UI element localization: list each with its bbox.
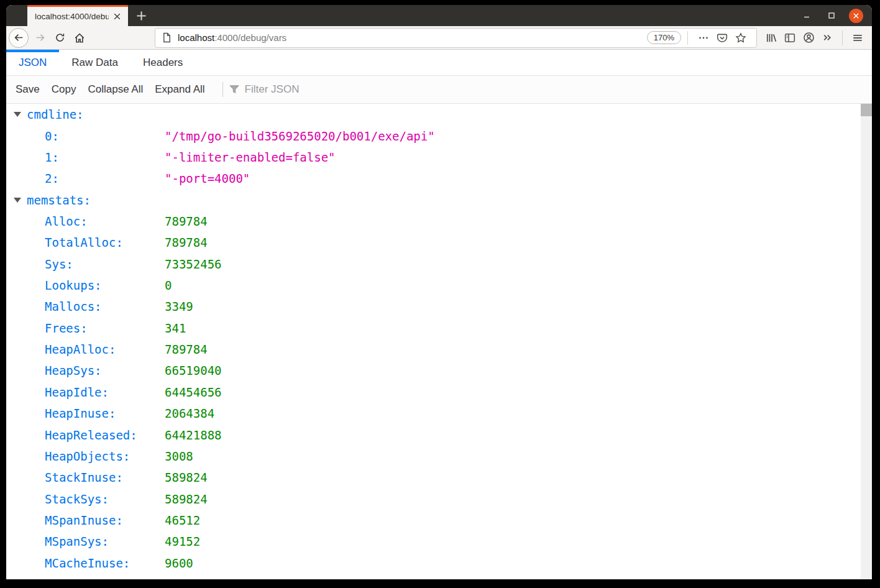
json-rows: cmdline:0:"/tmp/go-build3569265020/b001/… <box>6 104 872 579</box>
close-button[interactable] <box>849 9 863 23</box>
url-text: localhost:4000/debug/vars <box>178 32 647 43</box>
json-tree-panel: cmdline:0:"/tmp/go-build3569265020/b001/… <box>6 104 872 579</box>
tab-headers[interactable]: Headers <box>131 50 195 75</box>
json-row: MCacheInuse:9600 <box>6 553 872 574</box>
json-row: Lookups:0 <box>6 275 872 296</box>
json-value: 66519040 <box>165 364 222 377</box>
json-value: 789784 <box>165 236 208 249</box>
twisty-collapse-icon[interactable] <box>14 198 21 203</box>
json-row: 2:"-port=4000" <box>6 168 872 189</box>
filter-box <box>229 83 369 96</box>
zoom-level-badge[interactable]: 170% <box>647 31 681 44</box>
json-value: 49152 <box>165 535 200 548</box>
json-row: HeapInuse:2064384 <box>6 403 872 424</box>
home-button[interactable] <box>70 28 89 48</box>
json-value: 9600 <box>165 556 193 570</box>
json-row: HeapAlloc:789784 <box>6 339 872 360</box>
json-key: HeapInuse: <box>45 407 165 420</box>
bookmark-star-icon[interactable] <box>731 29 750 47</box>
tab-close-icon[interactable] <box>111 11 122 22</box>
page-actions-icon[interactable] <box>694 29 713 47</box>
json-row: HeapObjects:3008 <box>6 446 872 467</box>
json-value: 789784 <box>165 214 208 228</box>
json-key: 1: <box>45 150 165 164</box>
json-row: memstats: <box>6 189 872 210</box>
json-key: 0: <box>45 129 165 143</box>
json-key: Lookups: <box>45 278 165 292</box>
account-icon[interactable] <box>799 29 818 47</box>
json-row: TotalAlloc:789784 <box>6 232 872 253</box>
json-key: 2: <box>45 172 165 185</box>
json-viewer-tabs: JSON Raw Data Headers <box>6 50 872 76</box>
json-row: MSpanSys:49152 <box>6 531 872 552</box>
json-value: 341 <box>165 321 186 335</box>
new-tab-button[interactable] <box>128 5 154 26</box>
json-value: "-port=4000" <box>165 172 250 185</box>
json-value: 589824 <box>165 471 208 484</box>
json-row: StackSys:589824 <box>6 488 872 509</box>
sidebar-icon[interactable] <box>781 29 799 47</box>
json-row: Frees:341 <box>6 318 872 339</box>
json-value: 3349 <box>165 300 193 313</box>
tab-raw-data[interactable]: Raw Data <box>59 50 131 75</box>
collapse-all-button[interactable]: Collapse All <box>88 83 143 96</box>
json-value: 789784 <box>165 342 208 356</box>
json-key: Mallocs: <box>45 300 165 313</box>
json-row: MCacheSys:16384 <box>6 574 872 579</box>
pocket-icon[interactable] <box>713 29 731 47</box>
tab-title: localhost:4000/debug/vars <box>35 12 109 21</box>
tab-bar: localhost:4000/debug/vars <box>6 5 872 26</box>
menu-hamburger-icon[interactable] <box>848 29 867 47</box>
library-icon[interactable] <box>762 29 781 47</box>
json-key: MCacheInuse: <box>45 556 165 570</box>
plus-icon <box>136 11 147 21</box>
url-path: :4000/debug/vars <box>214 32 286 43</box>
json-value: 46512 <box>165 513 200 527</box>
json-row: HeapReleased:64421888 <box>6 424 872 445</box>
filter-json-input[interactable] <box>245 83 369 96</box>
scrollbar[interactable] <box>861 104 872 579</box>
json-key: MSpanSys: <box>45 535 165 548</box>
url-host: localhost <box>178 32 214 43</box>
json-key: HeapReleased: <box>45 428 165 442</box>
json-value: 64421888 <box>165 428 222 442</box>
browser-window: localhost:4000/debug/vars <box>6 5 872 579</box>
expand-all-button[interactable]: Expand All <box>155 83 204 96</box>
filter-funnel-icon <box>229 84 240 95</box>
window-controls <box>799 5 872 26</box>
json-row: StackInuse:589824 <box>6 467 872 488</box>
twisty-collapse-icon[interactable] <box>14 112 21 117</box>
overflow-chevrons-icon[interactable] <box>818 29 836 47</box>
json-key: HeapSys: <box>45 364 165 377</box>
browser-tab[interactable]: localhost:4000/debug/vars <box>27 5 128 26</box>
tab-json[interactable]: JSON <box>6 50 59 75</box>
json-key: HeapAlloc: <box>45 342 165 356</box>
json-value: 64454656 <box>165 385 222 399</box>
json-key: cmdline: <box>27 108 84 121</box>
forward-button[interactable] <box>30 28 50 48</box>
save-button[interactable]: Save <box>16 83 40 96</box>
json-value: 589824 <box>165 492 208 506</box>
json-value: 16384 <box>165 577 200 579</box>
json-value: 3008 <box>165 449 193 463</box>
json-row: HeapIdle:64454656 <box>6 382 872 403</box>
back-button[interactable] <box>9 28 29 48</box>
urlbar-separator <box>687 31 688 45</box>
maximize-button[interactable] <box>824 8 839 23</box>
reload-button[interactable] <box>50 28 70 48</box>
toolbar-separator <box>222 82 223 97</box>
url-bar[interactable]: localhost:4000/debug/vars 170% <box>155 28 757 48</box>
json-value: 0 <box>165 278 172 292</box>
json-key: StackSys: <box>45 492 165 506</box>
minimize-button[interactable] <box>799 8 814 23</box>
json-key: HeapIdle: <box>45 385 165 399</box>
json-key: memstats: <box>27 193 91 207</box>
json-row: cmdline: <box>6 104 872 125</box>
copy-button[interactable]: Copy <box>52 83 76 96</box>
json-row: Sys:73352456 <box>6 254 872 275</box>
json-key: Alloc: <box>45 214 165 228</box>
json-value: 73352456 <box>165 257 222 271</box>
json-key: HeapObjects: <box>45 449 165 463</box>
json-row: 1:"-limiter-enabled=false" <box>6 147 872 168</box>
scrollbar-thumb[interactable] <box>861 104 872 116</box>
